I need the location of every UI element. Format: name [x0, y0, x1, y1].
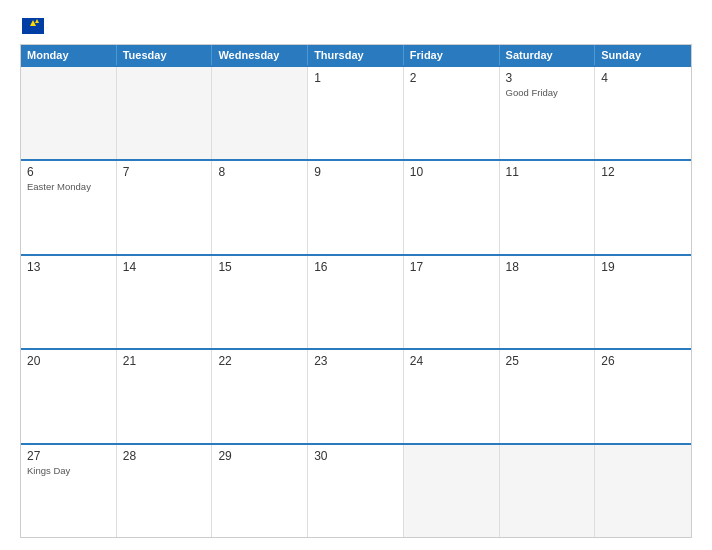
calendar-cell: 3Good Friday: [500, 67, 596, 159]
calendar-cell: 17: [404, 256, 500, 348]
day-number: 1: [314, 71, 397, 85]
day-number: 30: [314, 449, 397, 463]
day-number: 10: [410, 165, 493, 179]
calendar-week-2: 6Easter Monday789101112: [21, 159, 691, 253]
calendar-cell: 10: [404, 161, 500, 253]
calendar-cell: 28: [117, 445, 213, 537]
day-of-week-wednesday: Wednesday: [212, 45, 308, 65]
calendar-cell: 24: [404, 350, 500, 442]
calendar-cell: 12: [595, 161, 691, 253]
calendar-cell: 11: [500, 161, 596, 253]
calendar-week-4: 20212223242526: [21, 348, 691, 442]
day-event: Good Friday: [506, 87, 589, 99]
day-number: 23: [314, 354, 397, 368]
day-event: Easter Monday: [27, 181, 110, 193]
calendar-cell: 8: [212, 161, 308, 253]
calendar-cell: [21, 67, 117, 159]
day-number: 8: [218, 165, 301, 179]
day-number: 7: [123, 165, 206, 179]
day-of-week-thursday: Thursday: [308, 45, 404, 65]
calendar-week-3: 13141516171819: [21, 254, 691, 348]
day-number: 29: [218, 449, 301, 463]
day-number: 26: [601, 354, 685, 368]
day-number: 28: [123, 449, 206, 463]
calendar-cell: 29: [212, 445, 308, 537]
calendar-cell: 13: [21, 256, 117, 348]
logo: [20, 18, 44, 34]
day-number: 22: [218, 354, 301, 368]
day-number: 20: [27, 354, 110, 368]
calendar-cell: 1: [308, 67, 404, 159]
page: MondayTuesdayWednesdayThursdayFridaySatu…: [0, 0, 712, 550]
calendar-cell: 21: [117, 350, 213, 442]
calendar-cell: 7: [117, 161, 213, 253]
calendar-cell: 30: [308, 445, 404, 537]
calendar-cell: [212, 67, 308, 159]
day-event: Kings Day: [27, 465, 110, 477]
calendar-cell: 14: [117, 256, 213, 348]
day-number: 3: [506, 71, 589, 85]
calendar-cell: 26: [595, 350, 691, 442]
day-number: 21: [123, 354, 206, 368]
day-number: 14: [123, 260, 206, 274]
calendar-body: 123Good Friday46Easter Monday78910111213…: [21, 65, 691, 537]
day-number: 11: [506, 165, 589, 179]
calendar-cell: 2: [404, 67, 500, 159]
logo-flag-icon: [22, 18, 44, 34]
day-number: 17: [410, 260, 493, 274]
calendar-cell: [595, 445, 691, 537]
calendar-week-5: 27Kings Day282930: [21, 443, 691, 537]
calendar-cell: [117, 67, 213, 159]
calendar-cell: 23: [308, 350, 404, 442]
day-number: 6: [27, 165, 110, 179]
calendar-cell: 27Kings Day: [21, 445, 117, 537]
calendar-cell: 15: [212, 256, 308, 348]
day-number: 25: [506, 354, 589, 368]
day-number: 4: [601, 71, 685, 85]
day-number: 9: [314, 165, 397, 179]
day-number: 16: [314, 260, 397, 274]
calendar-cell: 19: [595, 256, 691, 348]
day-number: 18: [506, 260, 589, 274]
calendar-cell: 6Easter Monday: [21, 161, 117, 253]
day-number: 2: [410, 71, 493, 85]
calendar-cell: 18: [500, 256, 596, 348]
calendar-cell: 4: [595, 67, 691, 159]
calendar: MondayTuesdayWednesdayThursdayFridaySatu…: [20, 44, 692, 538]
calendar-cell: 25: [500, 350, 596, 442]
calendar-cell: 22: [212, 350, 308, 442]
header: [20, 18, 692, 34]
calendar-header: MondayTuesdayWednesdayThursdayFridaySatu…: [21, 45, 691, 65]
day-number: 19: [601, 260, 685, 274]
day-number: 24: [410, 354, 493, 368]
day-of-week-tuesday: Tuesday: [117, 45, 213, 65]
day-number: 15: [218, 260, 301, 274]
day-of-week-saturday: Saturday: [500, 45, 596, 65]
day-of-week-friday: Friday: [404, 45, 500, 65]
day-number: 27: [27, 449, 110, 463]
calendar-cell: [404, 445, 500, 537]
calendar-cell: 20: [21, 350, 117, 442]
day-number: 12: [601, 165, 685, 179]
calendar-cell: 16: [308, 256, 404, 348]
calendar-cell: [500, 445, 596, 537]
day-of-week-sunday: Sunday: [595, 45, 691, 65]
calendar-week-1: 123Good Friday4: [21, 65, 691, 159]
calendar-cell: 9: [308, 161, 404, 253]
day-number: 13: [27, 260, 110, 274]
day-of-week-monday: Monday: [21, 45, 117, 65]
